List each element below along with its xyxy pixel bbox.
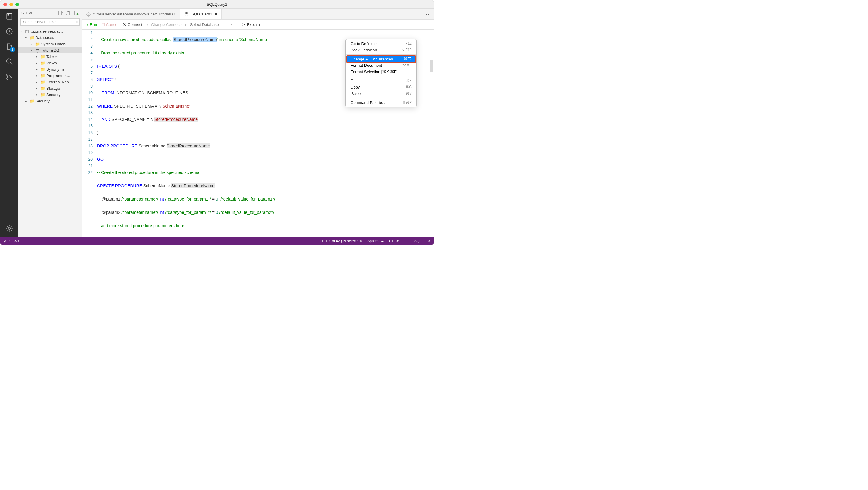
tree-programmability[interactable]: 📁 Programma... [19, 72, 82, 79]
window-maximize-button[interactable] [16, 3, 19, 6]
search-input[interactable] [20, 19, 80, 26]
folder-icon: 📁 [35, 42, 40, 46]
run-button[interactable]: ▷ Run [86, 22, 97, 27]
sidebar: SERVE.. × tutorialserver.dat... 📁 Databa… [19, 9, 82, 237]
dashboard-icon [86, 12, 91, 17]
svg-point-4 [7, 74, 8, 75]
editor-tabs: tutorialserver.database.windows.net:Tuto… [82, 9, 434, 20]
new-connection-icon[interactable] [58, 10, 63, 15]
change-connection-button[interactable]: ⇄ Change Connection [147, 22, 186, 27]
status-warnings[interactable]: ⚠ 0 [14, 239, 21, 243]
window-minimize-button[interactable] [9, 3, 13, 6]
status-encoding[interactable]: UTF-8 [389, 239, 399, 243]
refresh-icon[interactable] [74, 10, 79, 15]
menu-divider [346, 98, 416, 98]
menu-label: Cut [350, 78, 356, 83]
folder-icon: 📁 [40, 80, 45, 84]
play-icon: ▷ [86, 22, 89, 27]
tree-tutorialdb[interactable]: TutorialDB [19, 47, 82, 54]
tab-sqlquery1[interactable]: SQLQuery1 [180, 9, 221, 19]
menu-format-document[interactable]: Format Document ⌥⇧F [346, 62, 416, 69]
explain-icon [242, 22, 246, 27]
tree-label: Databases [35, 35, 54, 40]
swap-icon: ⇄ [147, 22, 150, 27]
main-area: 1 SERVE.. × tuto [0, 9, 434, 237]
tree-tables[interactable]: 📁 Tables [19, 54, 82, 60]
menu-label: Paste [350, 91, 361, 96]
tree-label: Security [46, 92, 60, 97]
tree-security-inner[interactable]: 📁 Security [19, 92, 82, 98]
svg-point-12 [77, 13, 78, 15]
server-icon [25, 29, 30, 34]
tab-more-button[interactable]: ⋯ [421, 9, 434, 19]
svg-rect-1 [8, 14, 9, 15]
tree-databases[interactable]: 📁 Databases [19, 34, 82, 41]
tab-connection-dashboard[interactable]: tutorialserver.database.windows.net:Tuto… [82, 9, 180, 19]
menu-change-all-occurrences[interactable]: Change All Occurrences ⌘F2 [346, 55, 416, 63]
tree-external-resources[interactable]: 📁 External Res.. [19, 79, 82, 85]
window-close-button[interactable] [3, 3, 7, 6]
menu-shortcut: ⌘X [406, 78, 412, 83]
stop-icon: ☐ [101, 22, 105, 27]
folder-icon: 📁 [40, 67, 45, 72]
status-language[interactable]: SQL [414, 239, 422, 243]
database-icon [35, 48, 40, 53]
explain-button[interactable]: Explain [242, 22, 260, 27]
search-clear-icon[interactable]: × [75, 20, 78, 25]
tree-storage[interactable]: 📁 Storage [19, 85, 82, 92]
folder-icon: 📁 [29, 99, 35, 103]
menu-command-palette[interactable]: Command Palette... ⇧⌘P [346, 99, 416, 106]
titlebar: SQLQuery1 [0, 0, 434, 9]
minimap-scrollbar[interactable] [430, 60, 433, 72]
menu-label: Command Palette... [350, 100, 385, 105]
toolbar-label: Run [90, 22, 97, 27]
tab-label: tutorialserver.database.windows.net:Tuto… [93, 12, 175, 16]
new-group-icon[interactable] [66, 10, 71, 15]
menu-goto-definition[interactable]: Go to Definition F12 [346, 40, 416, 47]
status-value: 0 [7, 239, 10, 243]
tab-dirty-indicator [215, 13, 217, 15]
select-database-dropdown[interactable]: Select Database ▾ [190, 22, 233, 27]
menu-label: Copy [350, 85, 360, 90]
tree-system-databases[interactable]: 📁 System Datab.. [19, 41, 82, 47]
activity-servers-icon[interactable] [5, 12, 14, 21]
activity-bar: 1 [0, 9, 19, 237]
status-eol[interactable]: LF [405, 239, 409, 243]
status-errors[interactable]: ⊘ 0 [3, 239, 10, 243]
tree-security[interactable]: 📁 Security [19, 98, 82, 104]
activity-badge: 1 [10, 47, 15, 52]
tree-server[interactable]: tutorialserver.dat... [19, 28, 82, 34]
menu-paste[interactable]: Paste ⌘V [346, 90, 416, 97]
tree-synonyms[interactable]: 📁 Synonyms [19, 66, 82, 72]
status-cursor-position[interactable]: Ln 1, Col 42 (19 selected) [320, 239, 362, 243]
tree-views[interactable]: 📁 Views [19, 60, 82, 66]
status-feedback-icon[interactable]: ☺ [427, 239, 431, 243]
activity-settings-icon[interactable] [5, 224, 14, 233]
activity-history-icon[interactable] [5, 27, 14, 36]
plug-icon: ⦿ [122, 22, 126, 27]
cancel-button[interactable]: ☐ Cancel [101, 22, 118, 27]
menu-cut[interactable]: Cut ⌘X [346, 78, 416, 84]
folder-icon: 📁 [40, 92, 45, 97]
menu-divider [346, 76, 416, 76]
toolbar-divider [237, 22, 237, 28]
menu-peek-definition[interactable]: Peek Definition ⌥F12 [346, 47, 416, 53]
menu-label: Format Document [350, 63, 382, 68]
menu-shortcut: ⌘C [405, 85, 412, 90]
traffic-lights [3, 3, 19, 6]
tree-label: tutorialserver.dat... [31, 29, 63, 34]
status-indentation[interactable]: Spaces: 4 [367, 239, 383, 243]
window-title: SQLQuery1 [207, 2, 227, 7]
svg-point-15 [36, 48, 39, 50]
server-tree: tutorialserver.dat... 📁 Databases 📁 Syst… [19, 27, 82, 237]
menu-copy[interactable]: Copy ⌘C [346, 84, 416, 90]
tree-label: TutorialDB [41, 48, 59, 53]
svg-point-6 [10, 76, 12, 77]
activity-explorer-icon[interactable]: 1 [5, 42, 14, 51]
connect-button[interactable]: ⦿ Connect [122, 22, 142, 27]
menu-format-selection[interactable]: Format Selection [⌘K ⌘F] [346, 69, 416, 75]
warning-icon: ⚠ [14, 239, 17, 243]
menu-label: Peek Definition [350, 48, 377, 52]
activity-source-control-icon[interactable] [5, 72, 14, 81]
activity-search-icon[interactable] [5, 57, 14, 66]
